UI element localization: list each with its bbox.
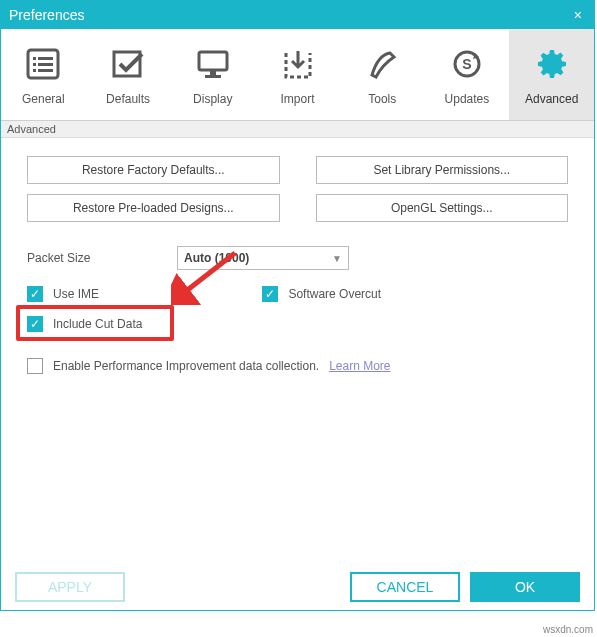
ok-button[interactable]: OK	[470, 572, 580, 602]
content-panel: Restore Factory Defaults... Set Library …	[1, 138, 594, 392]
preferences-window: Preferences × General Defaults Display	[0, 0, 595, 611]
svg-rect-1	[33, 57, 36, 60]
perf-label: Enable Performance Improvement data coll…	[53, 359, 319, 373]
svg-rect-7	[114, 52, 140, 76]
restore-designs-button[interactable]: Restore Pre-loaded Designs...	[27, 194, 280, 222]
tab-updates[interactable]: S Updates	[425, 29, 510, 120]
packet-size-dropdown[interactable]: Auto (1000) ▼	[177, 246, 349, 270]
tabstrip: General Defaults Display Import Tools	[1, 29, 594, 121]
tab-general[interactable]: General	[1, 29, 86, 120]
tab-label: Import	[281, 92, 315, 106]
titlebar: Preferences ×	[1, 1, 594, 29]
svg-rect-8	[199, 52, 227, 70]
tab-label: Defaults	[106, 92, 150, 106]
restore-factory-button[interactable]: Restore Factory Defaults...	[27, 156, 280, 184]
pen-icon	[362, 44, 402, 84]
apply-button[interactable]: APPLY	[15, 572, 125, 602]
gear-icon	[532, 44, 572, 84]
close-icon[interactable]: ×	[570, 7, 586, 23]
svg-rect-10	[205, 75, 221, 78]
tab-label: Display	[193, 92, 232, 106]
window-title: Preferences	[9, 7, 84, 23]
footer: APPLY CANCEL OK	[1, 564, 594, 610]
svg-rect-9	[210, 71, 216, 75]
checkbox-icon	[27, 316, 43, 332]
tab-tools[interactable]: Tools	[340, 29, 425, 120]
cancel-button[interactable]: CANCEL	[350, 572, 460, 602]
section-header: Advanced	[1, 121, 594, 138]
chevron-down-icon: ▼	[332, 253, 342, 264]
list-icon	[23, 44, 63, 84]
refresh-icon: S	[447, 44, 487, 84]
watermark: wsxdn.com	[543, 624, 593, 635]
tab-label: Advanced	[525, 92, 578, 106]
opengl-button[interactable]: OpenGL Settings...	[316, 194, 569, 222]
checkbox-icon	[262, 286, 278, 302]
svg-rect-4	[38, 63, 53, 66]
tab-import[interactable]: Import	[255, 29, 340, 120]
check-square-icon	[108, 44, 148, 84]
tab-label: General	[22, 92, 65, 106]
checkbox-icon	[27, 286, 43, 302]
tab-display[interactable]: Display	[170, 29, 255, 120]
set-library-button[interactable]: Set Library Permissions...	[316, 156, 569, 184]
monitor-icon	[193, 44, 233, 84]
import-icon	[278, 44, 318, 84]
use-ime-checkbox[interactable]: Use IME	[27, 286, 142, 302]
checkbox-label: Use IME	[53, 287, 99, 301]
checkbox-label: Software Overcut	[288, 287, 381, 301]
include-cut-data-checkbox[interactable]: Include Cut Data	[27, 316, 142, 332]
perf-checkbox[interactable]	[27, 358, 43, 374]
tab-label: Tools	[368, 92, 396, 106]
dropdown-value: Auto (1000)	[184, 251, 249, 265]
svg-rect-2	[38, 57, 53, 60]
learn-more-link[interactable]: Learn More	[329, 359, 390, 373]
packet-size-label: Packet Size	[27, 251, 167, 265]
svg-text:S: S	[462, 56, 471, 72]
svg-rect-3	[33, 63, 36, 66]
tab-defaults[interactable]: Defaults	[86, 29, 171, 120]
svg-rect-5	[33, 69, 36, 72]
checkbox-label: Include Cut Data	[53, 317, 142, 331]
software-overcut-checkbox[interactable]: Software Overcut	[262, 286, 381, 302]
tab-label: Updates	[445, 92, 490, 106]
tab-advanced[interactable]: Advanced	[509, 29, 594, 120]
svg-rect-6	[38, 69, 53, 72]
